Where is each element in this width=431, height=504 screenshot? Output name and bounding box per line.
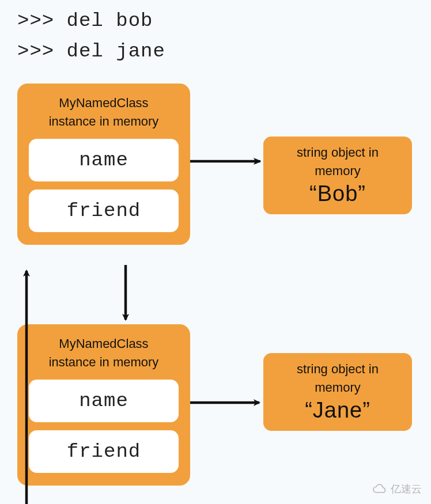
attr-friend: friend [29, 430, 179, 473]
instance-box-jane: MyNamedClass instance in memory name fri… [17, 324, 190, 486]
attr-name: name [29, 380, 179, 422]
string-box-bob: string object in memory “Bob” [263, 137, 412, 214]
instance-title-line1: MyNamedClass [59, 96, 148, 110]
code-line-1: >>> del bob [17, 6, 414, 36]
instance-title: MyNamedClass instance in memory [29, 94, 179, 131]
instance-title-line2: instance in memory [49, 355, 159, 369]
string-title-line1: string object in [297, 145, 379, 160]
string-title: string object in memory [271, 143, 404, 180]
string-title-line2: memory [315, 164, 360, 178]
watermark-text: 亿速云 [391, 482, 422, 496]
string-title: string object in memory [271, 360, 404, 397]
string-value: “Jane” [271, 398, 404, 423]
instance-title-line1: MyNamedClass [59, 336, 148, 351]
instance-title-line2: instance in memory [49, 114, 159, 128]
code-line-2: >>> del jane [17, 36, 414, 67]
string-box-jane: string object in memory “Jane” [263, 353, 412, 431]
memory-diagram: MyNamedClass instance in memory name fri… [0, 78, 431, 504]
watermark: 亿速云 [372, 482, 422, 496]
code-snippet: >>> del bob >>> del jane [0, 0, 431, 78]
cloud-icon [372, 483, 387, 495]
attr-friend: friend [29, 190, 179, 232]
string-value: “Bob” [271, 181, 404, 206]
attr-name: name [29, 139, 179, 181]
string-title-line1: string object in [297, 362, 379, 376]
instance-title: MyNamedClass instance in memory [29, 335, 179, 372]
instance-box-bob: MyNamedClass instance in memory name fri… [17, 84, 190, 245]
string-title-line2: memory [315, 380, 360, 395]
